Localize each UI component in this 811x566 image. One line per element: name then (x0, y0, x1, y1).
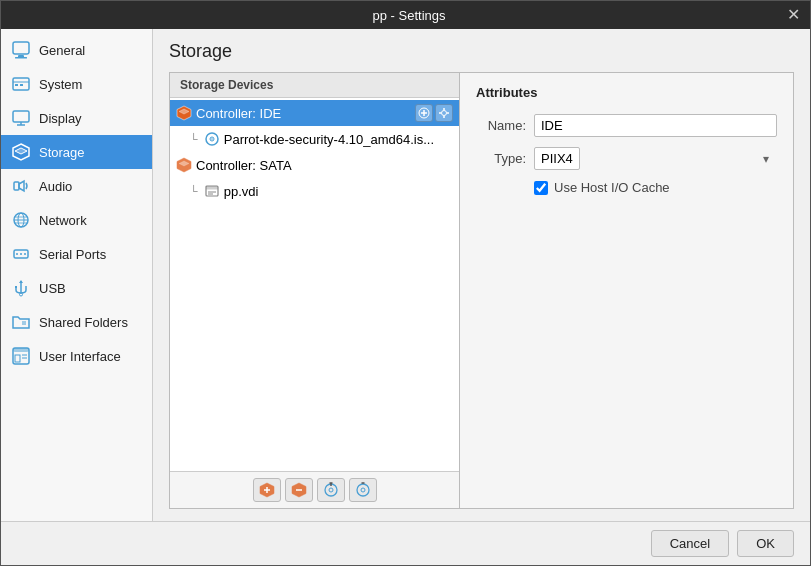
sidebar-item-shared-folders[interactable]: Shared Folders (1, 305, 152, 339)
general-icon (11, 40, 31, 60)
sidebar-label-general: General (39, 43, 85, 58)
remove-disk-button[interactable] (349, 478, 377, 502)
sidebar-label-display: Display (39, 111, 82, 126)
devices-header: Storage Devices (170, 73, 459, 98)
tree-line-parrot: └ (190, 133, 198, 145)
dialog-footer: Cancel OK (1, 521, 810, 565)
attr-type-wrapper: PIIX4 ICH6 (534, 147, 777, 170)
svg-point-26 (20, 293, 23, 296)
svg-rect-6 (20, 84, 23, 86)
device-row-pp-vdi[interactable]: └ pp.vdi (170, 178, 459, 204)
svg-point-19 (16, 253, 18, 255)
user-interface-icon (11, 346, 31, 366)
sidebar-label-system: System (39, 77, 82, 92)
sidebar-label-serial-ports: Serial Ports (39, 247, 106, 262)
use-host-io-cache-label: Use Host I/O Cache (554, 180, 670, 195)
pp-vdi-label: pp.vdi (224, 184, 259, 199)
attr-checkbox-row: Use Host I/O Cache (534, 180, 777, 195)
svg-rect-50 (206, 186, 218, 190)
svg-point-63 (361, 488, 365, 492)
main-content: Storage Storage Devices (153, 29, 810, 521)
svg-point-20 (20, 253, 22, 255)
parrot-iso-label: Parrot-kde-security-4.10_amd64.is... (224, 132, 434, 147)
device-row-ide-controller[interactable]: Controller: IDE (170, 100, 459, 126)
sata-controller-label: Controller: SATA (196, 158, 292, 173)
sidebar-item-serial-ports[interactable]: Serial Ports (1, 237, 152, 271)
svg-point-25 (25, 286, 27, 288)
devices-list: Controller: IDE (170, 98, 459, 471)
devices-toolbar (170, 471, 459, 508)
svg-rect-5 (15, 84, 18, 86)
svg-marker-23 (19, 280, 23, 283)
ide-settings-btn[interactable] (435, 104, 453, 122)
audio-icon (11, 176, 31, 196)
svg-rect-30 (13, 348, 29, 352)
sidebar-item-audio[interactable]: Audio (1, 169, 152, 203)
ide-controller-icon (176, 105, 192, 121)
sidebar-label-storage: Storage (39, 145, 85, 160)
add-disk-button[interactable] (317, 478, 345, 502)
sidebar-label-user-interface: User Interface (39, 349, 121, 364)
svg-marker-11 (15, 148, 27, 154)
usb-icon (11, 278, 31, 298)
sidebar-item-user-interface[interactable]: User Interface (1, 339, 152, 373)
close-button[interactable]: ✕ (787, 7, 800, 23)
shared-folders-icon (11, 312, 31, 332)
attr-name-row: Name: (476, 114, 777, 137)
serial-ports-icon (11, 244, 31, 264)
attributes-title: Attributes (476, 85, 777, 100)
title-bar: pp - Settings ✕ (1, 1, 810, 29)
cancel-button[interactable]: Cancel (651, 530, 729, 557)
sidebar-label-shared-folders: Shared Folders (39, 315, 128, 330)
remove-controller-button[interactable] (285, 478, 313, 502)
svg-point-39 (442, 111, 447, 116)
ide-add-btn[interactable] (415, 104, 433, 122)
sidebar-label-audio: Audio (39, 179, 72, 194)
sata-controller-icon (176, 157, 192, 173)
ide-controller-actions (415, 104, 453, 122)
device-row-parrot-iso[interactable]: └ Parrot-kde-security-4.10_amd64.is... (170, 126, 459, 152)
sidebar-item-display[interactable]: Display (1, 101, 152, 135)
sidebar-label-usb: USB (39, 281, 66, 296)
dialog-body: General System (1, 29, 810, 521)
attributes-panel: Attributes Name: Type: PIIX4 ICH6 (460, 73, 793, 508)
svg-rect-31 (15, 355, 20, 362)
svg-rect-7 (13, 111, 29, 122)
svg-rect-0 (13, 42, 29, 54)
system-icon (11, 74, 31, 94)
devices-panel: Storage Devices Controller: IDE (170, 73, 460, 508)
attr-type-label: Type: (476, 151, 526, 166)
sidebar-item-storage[interactable]: Storage (1, 135, 152, 169)
storage-area: Storage Devices Controller: IDE (169, 72, 794, 509)
dialog-title: pp - Settings (31, 8, 787, 23)
attr-name-label: Name: (476, 118, 526, 133)
svg-rect-24 (15, 286, 17, 288)
sidebar: General System (1, 29, 153, 521)
svg-point-62 (357, 484, 369, 496)
device-row-sata-controller[interactable]: Controller: SATA (170, 152, 459, 178)
storage-icon (11, 142, 31, 162)
svg-point-59 (329, 488, 333, 492)
sidebar-item-network[interactable]: Network (1, 203, 152, 237)
page-title: Storage (169, 41, 794, 62)
attr-name-input[interactable] (534, 114, 777, 137)
sidebar-item-general[interactable]: General (1, 33, 152, 67)
sidebar-label-network: Network (39, 213, 87, 228)
network-icon (11, 210, 31, 230)
sidebar-item-usb[interactable]: USB (1, 271, 152, 305)
ok-button[interactable]: OK (737, 530, 794, 557)
svg-point-46 (211, 138, 213, 140)
svg-point-21 (24, 253, 26, 255)
pp-vdi-icon (204, 183, 220, 199)
sidebar-item-system[interactable]: System (1, 67, 152, 101)
attr-type-row: Type: PIIX4 ICH6 (476, 147, 777, 170)
svg-rect-2 (15, 57, 27, 59)
parrot-iso-icon (204, 131, 220, 147)
use-host-io-cache-checkbox[interactable] (534, 181, 548, 195)
display-icon (11, 108, 31, 128)
attr-type-select[interactable]: PIIX4 ICH6 (534, 147, 580, 170)
settings-dialog: pp - Settings ✕ General (0, 0, 811, 566)
add-controller-button[interactable] (253, 478, 281, 502)
tree-line-pp-vdi: └ (190, 185, 198, 197)
ide-controller-label: Controller: IDE (196, 106, 281, 121)
